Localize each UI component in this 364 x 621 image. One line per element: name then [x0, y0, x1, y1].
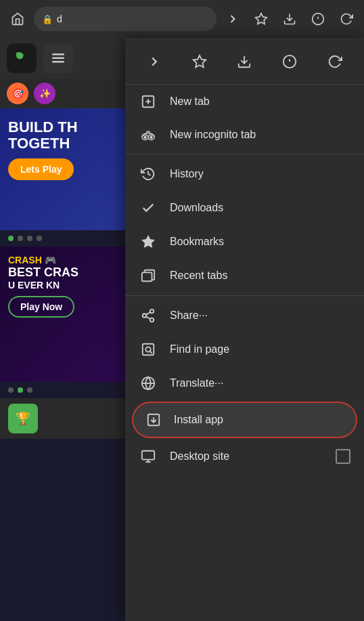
svg-marker-8 [194, 56, 206, 67]
svg-rect-5 [52, 53, 64, 56]
menu-icon-btn[interactable] [43, 43, 73, 73]
menu-nav-star[interactable] [185, 47, 214, 76]
nav-info-button[interactable] [306, 7, 330, 31]
dot-4 [37, 236, 42, 241]
svg-rect-21 [142, 272, 152, 281]
install-app-label: Install app [174, 414, 223, 426]
lets-play-button[interactable]: Lets Play [8, 158, 74, 180]
svg-rect-6 [52, 58, 64, 60]
banner-3-hint: 🏆 [0, 398, 125, 439]
home-button[interactable] [5, 7, 30, 31]
history-label: History [170, 168, 204, 180]
menu-top-nav [125, 38, 364, 85]
banner-1-title: BUILD TH TOGETH [8, 119, 117, 152]
menu-item-desktop-site[interactable]: Desktop site [125, 440, 364, 473]
banner-1: BUILD TH TOGETH Lets Play [0, 108, 125, 230]
address-text: d [57, 14, 62, 24]
bigo-icon[interactable] [7, 43, 37, 73]
divider-2 [125, 295, 364, 296]
share-icon [139, 308, 158, 323]
bookmarks-icon [139, 234, 158, 249]
desktop-site-label: Desktop site [170, 450, 229, 463]
banner-2: CRASH 🎮 BEST CRAS U EVER KN Play Now [0, 247, 125, 382]
banner-2-title: BEST CRAS [8, 265, 117, 280]
downloads-icon [139, 200, 158, 215]
menu-item-find[interactable]: Find in page [125, 333, 364, 366]
svg-point-23 [143, 314, 147, 318]
desktop-site-left: Desktop site [139, 449, 229, 464]
dots-indicator [0, 230, 125, 247]
translate-icon [139, 376, 158, 391]
nav-forward-button[interactable] [221, 7, 245, 31]
nav-refresh-button[interactable] [334, 7, 359, 31]
desktop-site-icon [139, 449, 158, 464]
menu-item-downloads[interactable]: Downloads [125, 191, 364, 225]
incognito-label: New incognito tab [170, 129, 256, 141]
svg-point-18 [143, 136, 147, 140]
menu-nav-download[interactable] [230, 47, 258, 76]
dot2-1 [8, 387, 14, 393]
dot2-3 [27, 387, 32, 393]
share-label: Share··· [170, 309, 208, 322]
divider-1 [125, 154, 364, 154]
desktop-site-checkbox[interactable] [336, 449, 350, 464]
menu-item-bookmarks[interactable]: Bookmarks [125, 225, 364, 259]
page-content: 🎯 ✨ BUILD TH TOGETH Lets Play CRASH 🎮 BE… [0, 38, 125, 621]
dot2-2 [18, 387, 23, 393]
install-app-icon [144, 412, 163, 427]
menu-item-new-tab[interactable]: New tab [125, 85, 364, 119]
menu-nav-info[interactable] [275, 47, 304, 76]
svg-marker-0 [256, 14, 267, 24]
svg-line-25 [146, 316, 150, 319]
play-now-button[interactable]: Play Now [8, 296, 74, 318]
svg-rect-7 [52, 61, 64, 63]
banner-2-tag: CRASH 🎮 [8, 255, 117, 265]
address-bar[interactable]: 🔒 d [34, 7, 217, 31]
recent-tabs-icon [139, 268, 158, 283]
menu-item-history[interactable]: History [125, 157, 364, 191]
lock-icon: 🔒 [42, 14, 53, 24]
new-tab-icon [139, 94, 158, 109]
dot-1 [8, 236, 14, 241]
menu-item-translate[interactable]: Translate··· [125, 366, 364, 400]
svg-rect-27 [143, 344, 154, 356]
menu-nav-forward[interactable] [140, 47, 168, 76]
nav-download-button[interactable] [277, 7, 302, 31]
find-label: Find in page [170, 343, 229, 356]
menu-item-share[interactable]: Share··· [125, 299, 364, 333]
menu-item-incognito[interactable]: New incognito tab [125, 119, 364, 151]
svg-point-22 [150, 309, 154, 314]
favicon-2[interactable]: ✨ [34, 83, 55, 104]
svg-rect-33 [142, 451, 154, 460]
incognito-icon [139, 128, 158, 142]
new-tab-label: New tab [170, 95, 210, 108]
bookmarks-label: Bookmarks [170, 236, 224, 248]
nav-bookmark-button[interactable] [249, 7, 273, 31]
svg-point-24 [150, 318, 154, 322]
svg-marker-20 [142, 236, 154, 247]
translate-label: Translate··· [170, 377, 223, 389]
favicon-1[interactable]: 🎯 [7, 83, 28, 104]
recent-tabs-label: Recent tabs [170, 270, 227, 282]
browser-top-bar: 🔒 d [0, 0, 364, 38]
find-icon [139, 342, 158, 357]
svg-line-29 [150, 351, 152, 354]
dropdown-menu: New tab New incognito tab History [125, 38, 364, 621]
history-icon [139, 167, 158, 181]
menu-item-recent-tabs[interactable]: Recent tabs [125, 259, 364, 293]
svg-point-28 [145, 347, 150, 351]
menu-item-install-app[interactable]: Install app [133, 403, 356, 437]
dot-2 [18, 236, 23, 241]
dot-3 [27, 236, 32, 241]
banner-2-subtitle2: U EVER KN [8, 280, 117, 291]
banner-3-icon: 🏆 [8, 404, 38, 433]
svg-line-26 [146, 312, 150, 315]
dots-indicator-2 [0, 382, 125, 398]
app-icons-row [0, 38, 125, 79]
downloads-label: Downloads [170, 202, 223, 214]
svg-point-19 [150, 136, 153, 140]
menu-nav-refresh[interactable] [321, 47, 349, 76]
